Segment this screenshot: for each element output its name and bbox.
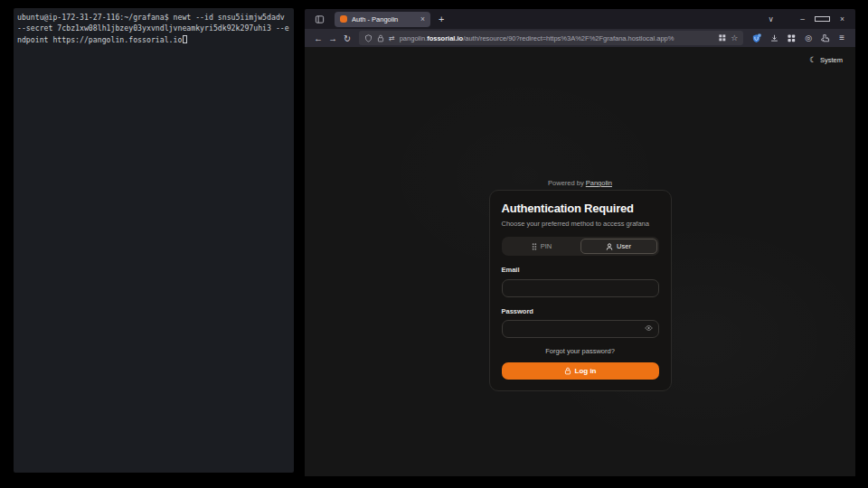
auth-card: Authentication Required Choose your pref…: [489, 190, 672, 391]
tab-bar: Auth - Pangolin × + ∨ – ×: [305, 9, 855, 29]
password-field[interactable]: [502, 320, 659, 338]
theme-toggle[interactable]: ☾ System: [809, 56, 843, 64]
pangolin-favicon-icon: [340, 15, 347, 23]
user-icon: [606, 243, 613, 250]
close-window-button[interactable]: ×: [835, 14, 850, 23]
extension-circle-icon[interactable]: ◎: [805, 34, 812, 42]
email-label: Email: [502, 266, 659, 274]
terminal-line: --secret 7cbz1xw08lh1jbzey03yxvndljvneam…: [17, 23, 290, 33]
tab-pin-label: PIN: [541, 242, 552, 250]
tab-pin[interactable]: PIN: [504, 239, 580, 254]
permissions-swap-icon[interactable]: ⇄: [389, 34, 395, 42]
new-tab-button[interactable]: +: [439, 14, 444, 24]
pangolin-link[interactable]: Pangolin: [586, 179, 612, 187]
password-manager-shield-icon[interactable]: [752, 33, 761, 43]
tab-title: Auth - Pangolin: [352, 15, 416, 23]
auth-method-toggle: PIN User: [502, 237, 659, 256]
forward-button[interactable]: →: [326, 33, 340, 43]
back-button[interactable]: ←: [311, 33, 326, 43]
firefox-view-icon[interactable]: [315, 14, 325, 24]
theme-label: System: [820, 56, 843, 64]
forgot-password-link[interactable]: Forgot your password?: [502, 347, 659, 355]
browser-window: Auth - Pangolin × + ∨ – × ← → ↻ ⇄ pangol…: [305, 9, 855, 476]
theme-moon-icon: ☾: [809, 56, 816, 64]
address-bar[interactable]: ⇄ pangolin.fossorial.io/auth/resource/90…: [359, 31, 743, 45]
terminal-cursor: [183, 35, 187, 43]
login-lock-icon: [564, 367, 571, 375]
navigation-bar: ← → ↻ ⇄ pangolin.fossorial.io/auth/resou…: [305, 29, 855, 47]
maximize-button[interactable]: [815, 16, 830, 22]
downloads-icon[interactable]: [770, 34, 778, 42]
tab-user[interactable]: User: [580, 239, 657, 254]
card-title: Authentication Required: [502, 202, 659, 215]
login-button-label: Log in: [575, 367, 597, 375]
reload-button[interactable]: ↻: [340, 33, 354, 43]
tab-close-icon[interactable]: ×: [420, 15, 425, 23]
terminal-window[interactable]: ubuntu@ip-172-31-27-116:~/grafana$ newt …: [14, 8, 294, 473]
terminal-line: ndpoint https://pangolin.fossorial.io: [17, 34, 290, 45]
toolbar-extensions: ◎ ≡: [748, 33, 849, 43]
terminal-line: ubuntu@ip-172-31-27-116:~/grafana$ newt …: [17, 12, 290, 23]
keypad-icon: [532, 243, 537, 250]
tab-user-label: User: [617, 242, 631, 250]
email-field[interactable]: [502, 279, 659, 297]
tab-auth-pangolin[interactable]: Auth - Pangolin ×: [335, 12, 430, 27]
password-label: Password: [502, 307, 659, 315]
extensions-puzzle-icon[interactable]: [821, 33, 830, 42]
show-password-eye-icon[interactable]: [645, 324, 653, 332]
tab-list-chevron-icon[interactable]: ∨: [763, 14, 778, 23]
hamburger-menu-icon[interactable]: ≡: [839, 33, 844, 42]
lock-icon[interactable]: [377, 34, 384, 42]
apps-grid-icon[interactable]: [788, 34, 796, 42]
shield-icon[interactable]: [364, 34, 373, 42]
minimize-button[interactable]: –: [795, 14, 810, 23]
card-subtitle: Choose your preferred method to access g…: [502, 220, 659, 228]
window-controls: ∨ – ×: [763, 14, 855, 23]
login-button[interactable]: Log in: [502, 362, 659, 380]
bookmark-star-icon[interactable]: ☆: [731, 33, 738, 42]
page-content: ☾ System Powered by Pangolin Authenticat…: [305, 47, 855, 476]
url-text: pangolin.fossorial.io/auth/resource/90?r…: [400, 34, 715, 42]
containers-grid-icon[interactable]: [719, 34, 726, 42]
powered-by: Powered by Pangolin: [305, 179, 855, 187]
